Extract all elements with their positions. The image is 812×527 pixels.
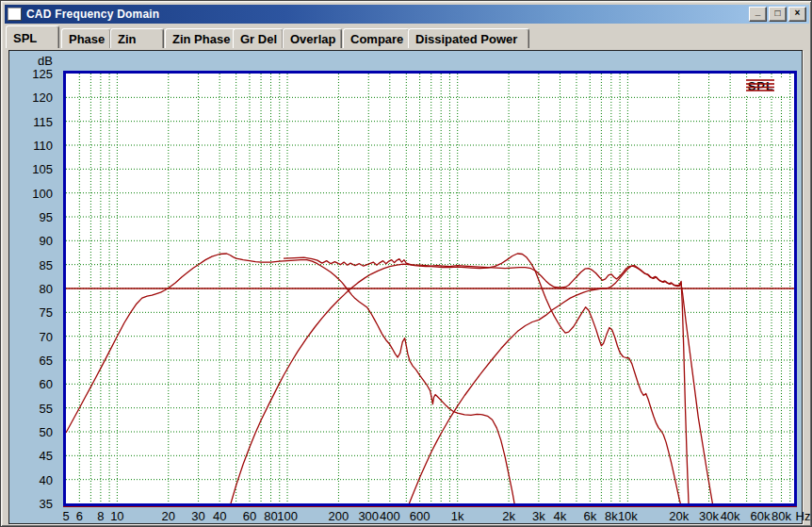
x-tick-label: 1k	[451, 509, 464, 523]
x-tick-label: 5	[62, 509, 69, 523]
y-tick-label: 70	[9, 330, 53, 344]
close-button[interactable]: ×	[788, 7, 806, 22]
x-tick-label: 60k	[750, 509, 770, 523]
curve-midrange-bandpass	[231, 254, 680, 503]
y-tick-label: 105	[9, 162, 53, 176]
x-tick-label: 40	[213, 509, 226, 523]
x-tick-label: 80	[264, 509, 277, 523]
chart-legend: SPL	[746, 78, 783, 94]
y-tick-label: 65	[9, 354, 53, 368]
y-tick-label: 50	[9, 425, 53, 439]
tab-overlap[interactable]: Overlap	[283, 28, 342, 48]
plot-canvas[interactable]: SPL	[63, 71, 797, 506]
y-tick-label: 90	[9, 234, 53, 248]
y-tick-label: 55	[9, 402, 53, 416]
x-tick-label: 8	[97, 509, 104, 523]
y-tick-label: 125	[9, 67, 53, 81]
x-tick-label: 8k	[605, 509, 618, 523]
x-tick-label: 600	[410, 509, 430, 523]
tab-phase[interactable]: Phase	[61, 28, 111, 48]
x-tick-label: 20k	[669, 509, 689, 523]
y-axis-unit-label: dB	[9, 54, 53, 68]
x-tick-label: 30	[191, 509, 204, 523]
y-tick-label: 95	[9, 210, 53, 224]
y-tick-label: 45	[9, 449, 53, 463]
tab-gr-del[interactable]: Gr Del	[233, 28, 284, 48]
x-tick-label: 40k	[721, 509, 740, 523]
window-title: CAD Frequency Domain	[26, 8, 747, 21]
y-tick-label: 120	[9, 91, 53, 105]
x-tick-label: 10	[110, 509, 123, 523]
x-tick-label: 60	[243, 509, 256, 523]
x-tick-label: 300	[358, 509, 379, 523]
x-tick-label: 400	[380, 509, 400, 523]
x-tick-label: 10k	[618, 509, 638, 523]
y-tick-label: 115	[9, 115, 53, 129]
app-icon	[8, 8, 22, 21]
x-tick-label: 20	[162, 509, 175, 523]
x-tick-label: 100	[277, 509, 298, 523]
x-tick-label: 2k	[502, 509, 515, 523]
y-tick-label: 100	[9, 187, 53, 201]
y-tick-label: 75	[9, 305, 53, 320]
tab-zin-phase[interactable]: Zin Phase	[165, 28, 236, 48]
x-tick-label: 6	[76, 509, 83, 523]
y-tick-label: 40	[9, 473, 53, 487]
x-tick-label: 80k	[771, 509, 791, 523]
chart-area: dB 1251201151101051009590858075706560555…	[8, 50, 803, 524]
tab-dissipated-power[interactable]: Dissipated Power	[408, 28, 529, 48]
x-tick-label: 4k	[554, 509, 567, 523]
minimize-button[interactable]: _	[749, 7, 767, 22]
x-tick-label: 30k	[699, 509, 719, 523]
tab-bar: SPLPhaseZinZin PhaseGr DelOverlapCompare…	[4, 25, 810, 48]
tab-compare[interactable]: Compare	[343, 28, 410, 48]
tab-zin[interactable]: Zin	[110, 28, 164, 48]
tab-spl[interactable]: SPL	[6, 25, 59, 48]
y-tick-label: 80	[9, 282, 53, 296]
spl-chart-svg	[66, 74, 794, 503]
title-bar[interactable]: CAD Frequency Domain _ □ ×	[5, 5, 809, 24]
x-tick-label: 3k	[532, 509, 545, 523]
spl-curves-legend-icon	[746, 78, 774, 92]
y-tick-label: 110	[9, 139, 53, 153]
y-tick-label: 60	[9, 377, 53, 391]
x-axis-baseline	[63, 506, 797, 507]
app-window: CAD Frequency Domain _ □ × SPLPhaseZinZi…	[0, 0, 812, 527]
y-tick-label: 85	[9, 258, 53, 272]
curve-woofer-lowpass	[66, 254, 514, 503]
x-tick-label: 6k	[583, 509, 596, 523]
x-tick-label: 200	[329, 509, 349, 523]
x-axis-unit-label: Hz	[796, 509, 811, 523]
y-tick-label: 35	[9, 497, 53, 511]
curve-tweeter-highpass	[409, 266, 712, 503]
maximize-button[interactable]: □	[769, 7, 787, 22]
